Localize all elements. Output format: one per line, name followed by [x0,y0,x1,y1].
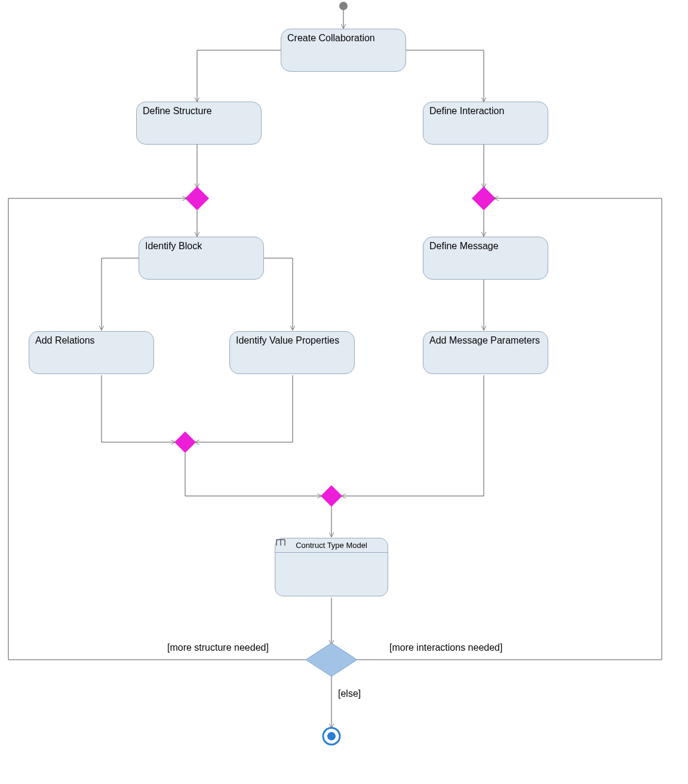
initial-node [339,2,348,10]
activity-identify-block[interactable]: Identify Block [139,237,264,280]
activity-add-relations[interactable]: Add Relations [29,331,154,374]
guard-more-interactions: [more interactions needed] [389,642,502,653]
merge-node-central [321,485,342,507]
activity-construct-type-model[interactable]: Contruct Type Model [275,538,388,596]
decision-node [306,643,357,676]
guard-more-structure: [more structure needed] [167,642,269,653]
activity-identify-value-properties[interactable]: Identify Value Properties [229,331,355,374]
merge-node-interaction [472,186,496,210]
guard-else: [else] [338,688,361,699]
activity-define-message[interactable]: Define Message [423,237,548,280]
activity-label: Add Relations [35,335,95,345]
rake-icon [275,538,286,547]
activity-label: Identify Block [145,241,202,251]
merge-node-structure [185,186,209,210]
activity-define-interaction[interactable]: Define Interaction [423,102,548,145]
activity-label: Define Structure [143,106,212,116]
activity-label: Define Interaction [429,106,504,116]
activity-label: Define Message [429,241,499,251]
diagram-canvas [0,0,688,784]
merge-node-structure-join [174,431,196,453]
activity-label: Identify Value Properties [236,335,339,345]
final-node-dot [327,732,336,740]
activity-create-collaboration[interactable]: Create Collaboration [281,29,406,72]
activity-label: Create Collaboration [287,33,375,43]
activity-label: Add Message Parameters [429,335,540,345]
activity-label: Contruct Type Model [275,538,388,553]
activity-define-structure[interactable]: Define Structure [136,102,262,145]
activity-add-message-parameters[interactable]: Add Message Parameters [423,331,548,374]
